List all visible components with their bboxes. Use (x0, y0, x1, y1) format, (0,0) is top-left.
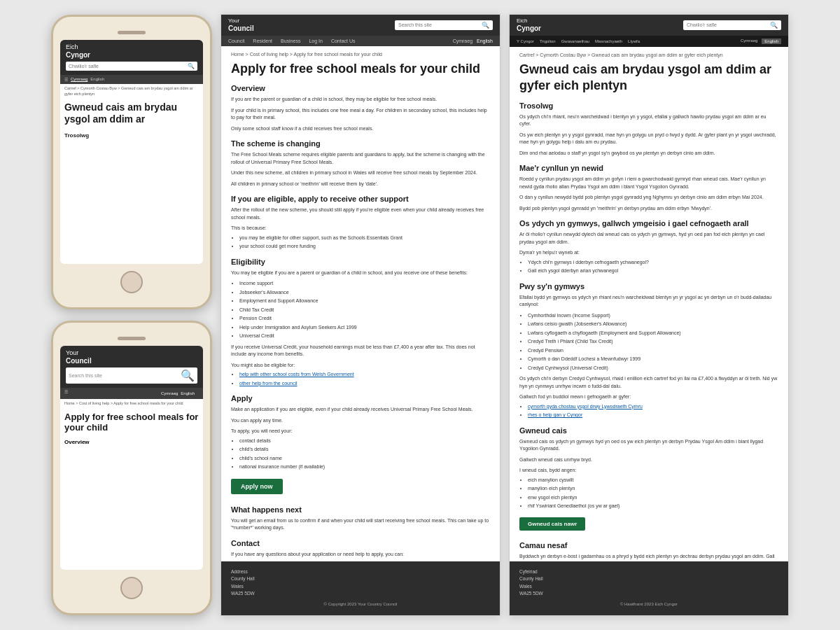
welsh-page-content: Cartref > Cymorth Costau Byw > Gwneud ca… (510, 47, 788, 561)
welsh-page-header: Eich Cyngor 🔍 (510, 15, 788, 36)
english-nav-council[interactable]: Council (228, 38, 244, 43)
welsh-apply-text1: Gwneud cais os ydych yn gymwys hyd yn oe… (519, 438, 778, 453)
welsh-apply-heading: Gwneud cais (519, 426, 778, 435)
english-page-header: Your Council 🔍 (221, 15, 500, 36)
welsh-support-item-1: Ydych chi'n gymwys i dderbyn cefnogaeth … (528, 259, 778, 267)
welsh-search-input[interactable] (687, 22, 768, 27)
english-lang-cymraeg[interactable]: Cymraeg (453, 38, 472, 43)
list-item: child's school name (239, 455, 490, 463)
english-main-title: Apply for free school meals for your chi… (231, 61, 490, 77)
english-support-text: After the rollout of the new scheme, you… (231, 206, 490, 221)
english-nav-login[interactable]: Log In (309, 38, 322, 43)
phone-1: Eich Cyngor 🔍 ☰ Cymraeg English Cartref … (51, 15, 212, 309)
english-overview-text2: If your child is in primary school, this… (231, 107, 490, 122)
list-item: national insurance number (if available) (239, 463, 490, 471)
list-item: help with other school costs from Welsh … (239, 371, 490, 379)
english-apply-text1: Make an application if you are eligible,… (231, 406, 490, 414)
welsh-overview-text1: Os ydych chi'n rhiant, neu'n warcheidwad… (519, 113, 778, 128)
phone-2-home-btn[interactable] (120, 577, 143, 599)
english-nav-business[interactable]: Business (281, 38, 300, 43)
welsh-support-reason: Dyma'r yn helpu'r wyneb at: Ydych chi'n … (519, 249, 778, 275)
english-support-item-2: your school could get more funding (239, 243, 490, 251)
list-item: Child Tax Credit (239, 307, 490, 314)
phone-2-bottom (60, 577, 203, 599)
screen1-lang-english[interactable]: English (90, 77, 104, 82)
list-item: Credyd Treth i Phlant (Child Tax Credit) (528, 338, 778, 346)
screen2-lang-cymraeg[interactable]: Cymraeg (161, 391, 178, 396)
welsh-eligibility-link-2[interactable]: rhes o help gan y Cyngor (528, 412, 582, 417)
english-apply-text3: To apply, you will need your: contact de… (231, 428, 490, 471)
welsh-nav-3[interactable]: Gwasanaethau (561, 39, 589, 43)
english-nav-contact[interactable]: Contact Us (331, 38, 356, 43)
english-scheme-text2: Under this new scheme, all children in p… (231, 169, 490, 177)
list-item: cymorth gyda chostau ysgol drwy Lywodrae… (528, 403, 778, 411)
english-apply-text2: You can apply any time. (231, 417, 490, 425)
english-page-content: Home > Cost of living help > Apply for f… (221, 46, 500, 561)
english-search-input[interactable] (398, 22, 479, 27)
screen1-overview-label: Trosolwg (60, 128, 203, 141)
welsh-nav-bar: Y Cyngor Trigolion Gwasanaethau Masnachy… (510, 36, 788, 47)
phone-2: Your Council Search this site 🔍 ☰ Cymrae… (51, 321, 212, 615)
screen1-search-bar[interactable]: 🔍 (66, 62, 197, 71)
english-lang-english[interactable]: English (477, 38, 493, 43)
english-footer-copyright: © Copyright 2023 Your Country Council (231, 601, 490, 608)
english-overview-text1: If you are the parent or guardian of a c… (231, 96, 490, 104)
welsh-nav-1[interactable]: Y Cyngor (517, 39, 534, 43)
screen2-search-bar[interactable]: Search this site 🔍 (66, 368, 197, 384)
list-item: Help under Immigration and Asylum Seeker… (239, 324, 490, 332)
welsh-next-text: Byddwch yn derbyn e-bost i gadarnhau os … (519, 553, 778, 561)
english-logo-line2: Council (228, 24, 254, 32)
list-item: Income support (239, 280, 490, 288)
phone-2-top-bar (60, 337, 203, 340)
english-search-bar[interactable]: 🔍 (395, 20, 493, 30)
welsh-eligibility-text: Efallai bydd yn gymwys os ydych yn rhian… (519, 294, 778, 309)
screen1-nav-hamburger[interactable]: ☰ (64, 77, 68, 82)
welsh-overview-text2: Os yw eich plentyn yn y ysgol gynradd, m… (519, 132, 778, 146)
welsh-logo-line2: Cyngor (517, 24, 541, 32)
screen1-header: Eich Cyngor 🔍 (60, 40, 203, 75)
eligibility-link-2[interactable]: other help from the council (239, 381, 298, 386)
phone-top-bar (60, 31, 203, 34)
screen1-search-input[interactable] (69, 64, 186, 69)
welsh-lang-english[interactable]: English (762, 38, 781, 44)
english-support-heading: If you are eligible, apply to receive ot… (231, 195, 490, 203)
welsh-breadcrumb: Cartref > Cymorth Costau Byw > Gwneud ca… (519, 52, 778, 57)
english-logo-line1: Your (228, 18, 254, 24)
welsh-eligibility-link-1[interactable]: cymorth gyda chostau ysgol drwy Lywodrae… (528, 404, 643, 409)
welsh-lang-switcher: Cymraeg English (741, 38, 781, 44)
welsh-nav-2[interactable]: Trigolion (540, 39, 556, 43)
english-lang-switcher: Cymraeg English (453, 38, 493, 43)
welsh-lang-cymraeg[interactable]: Cymraeg (741, 38, 757, 44)
english-logo: Your Council (228, 18, 254, 32)
english-breadcrumb: Home > Cost of living help > Apply for f… (231, 52, 490, 57)
english-nav-resident[interactable]: Resident (253, 38, 272, 43)
eligibility-link-1[interactable]: help with other school costs from Welsh … (239, 372, 354, 377)
welsh-apply-button[interactable]: Gwneud cais nawr (519, 517, 585, 531)
welsh-eligibility-heading: Pwy sy'n gymwys (519, 282, 778, 290)
welsh-eligibility-text2: Os ydych chi'n derbyn Credyd Cynhwysol, … (519, 375, 778, 390)
phone-1-bottom (60, 271, 203, 293)
phone-1-home-btn[interactable] (120, 271, 143, 293)
english-overview-heading: Overview (231, 84, 490, 92)
welsh-nav-4[interactable]: Masnachyaeth (595, 39, 622, 43)
welsh-page: Eich Cyngor 🔍 Y Cyngor Trigolion Gwasana… (509, 14, 789, 616)
list-item: Cymhorthdal Incwm (Income Support) (528, 312, 778, 320)
screen2-header: Your Council Search this site 🔍 (60, 346, 203, 388)
welsh-nav-5[interactable]: Llywfa (628, 39, 640, 43)
list-item: Universal Credit (239, 332, 490, 340)
phone-2-speaker (118, 337, 146, 340)
screen1-lang-cymraeg[interactable]: Cymraeg (71, 77, 88, 82)
english-scheme-text3: All children in primary school or 'meith… (231, 181, 490, 188)
english-apply-button[interactable]: Apply now (231, 479, 283, 494)
welsh-search-bar[interactable]: 🔍 (683, 20, 781, 30)
screen2-hamburger-icon[interactable]: ☰ (64, 390, 68, 397)
screen1-logo: Eich Cyngor (66, 44, 197, 59)
english-support-reason: This is because: you may be eligible for… (231, 225, 490, 251)
list-item: manylion eich plentyn (528, 485, 778, 493)
welsh-scheme-text1: Roedd y cynllun prydau ysgol am ddim yn … (519, 176, 778, 190)
screen2-lang-english[interactable]: English (181, 391, 195, 396)
list-item: Credyd Cynhwysol (Universal Credit) (528, 365, 778, 372)
english-eligibility-list: Income support Jobseeker's Allowance Emp… (231, 280, 490, 340)
screen2-search-icon: 🔍 (181, 369, 195, 382)
english-contact-heading: Contact (231, 539, 490, 547)
